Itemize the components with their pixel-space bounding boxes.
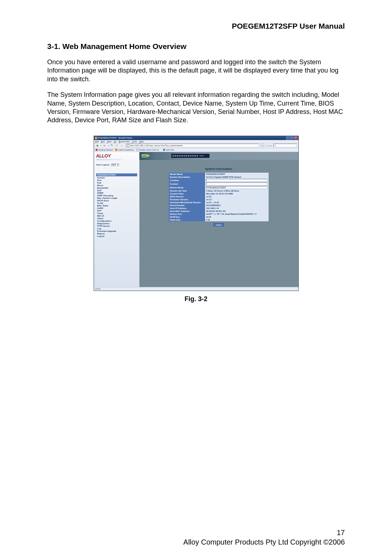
close-button[interactable]: × — [294, 136, 298, 140]
port-icon — [179, 155, 181, 157]
panel-title: System Information — [152, 167, 286, 171]
forward-button[interactable]: ► — [103, 144, 107, 147]
sidebar-item-system[interactable]: System — [96, 177, 137, 179]
sidebar-item-max-packet-length[interactable]: Max. Packet Length — [96, 197, 137, 200]
bookmark-icon — [95, 149, 98, 151]
page-icon — [127, 144, 129, 147]
tree-header: POEGEM12T2SFP — [96, 173, 137, 176]
sidebar-item-trunk[interactable]: Trunk — [96, 212, 137, 215]
auto-logout-select[interactable]: OFF ▾ — [111, 163, 119, 166]
info-value: POEGEM12T2SFP — [205, 173, 269, 176]
sidebar-item-diagnostics[interactable]: Diagnostics — [96, 222, 137, 225]
menu-file[interactable]: File — [95, 140, 99, 143]
info-value: 031109000021 — [205, 204, 269, 207]
page-number: 17 — [47, 528, 345, 537]
sidebar: ALLOY Auto Logout : OFF ▾ POEGEM12T2SFP … — [94, 152, 139, 287]
sidebar-item-802-1x[interactable]: 802.1X — [96, 215, 137, 217]
sidebar-item-vlan[interactable]: VLAN — [96, 202, 137, 205]
info-label: Device Port — [169, 213, 205, 216]
content-body: System Information Model NamePOEGEM12T2S… — [139, 160, 298, 287]
google-icon: G — [274, 144, 277, 147]
info-value: 00-00-8C-00-DC-26 — [205, 210, 269, 213]
info-label: Firmware Version — [169, 198, 205, 201]
info-value: v1.01 — [205, 195, 269, 198]
go-button[interactable]: ◯ Go — [266, 144, 272, 147]
menu-tools[interactable]: Tools — [132, 140, 137, 143]
led-icon — [201, 155, 202, 156]
rss-icon — [115, 149, 117, 151]
port-icon — [183, 155, 185, 157]
info-label: RAM Size — [169, 216, 205, 218]
sidebar-item-reboot[interactable]: Reboot — [96, 233, 137, 235]
main-pane: AutP — [139, 152, 298, 287]
url-dropdown[interactable]: ▾ — [261, 144, 264, 147]
info-value — [205, 182, 269, 186]
sidebar-item-tftp-server[interactable]: TFTP Server — [96, 225, 137, 227]
menu-help[interactable]: Help — [139, 140, 144, 143]
minimize-button[interactable]: _ — [286, 136, 290, 140]
search-bar[interactable]: G — [273, 144, 297, 147]
info-value — [205, 178, 269, 182]
back-button[interactable]: ◄ — [95, 144, 99, 147]
sidebar-item-port[interactable]: Port — [96, 179, 137, 182]
paragraph-2: The System Information page gives you al… — [47, 91, 345, 125]
system-info-table: Model NamePOEGEM12T2SFPSystem Descriptio… — [169, 173, 269, 221]
menu-go[interactable]: Go — [114, 140, 117, 143]
info-value: 192.168.1.10 — [205, 207, 269, 210]
bookmark-dealer-used[interactable]: Dealer Used Cars fo... — [136, 149, 161, 151]
sidebar-item-mac-table[interactable]: MAC Table — [96, 205, 137, 207]
info-value: 4 Days 13 Hours 5 Mins 28 Secs — [205, 189, 269, 192]
bookmark-latest-headlines[interactable]: Latest Headlines — [115, 149, 134, 151]
info-label: Device Name — [169, 186, 205, 189]
switch-graphic — [171, 154, 209, 158]
info-label: Serial Number — [169, 204, 205, 207]
apply-button[interactable]: Apply — [213, 223, 224, 226]
menu-view[interactable]: View — [107, 140, 112, 143]
sidebar-item-stp[interactable]: STP — [96, 210, 137, 212]
info-input[interactable] — [206, 182, 268, 185]
sidebar-item-gvrp[interactable]: GVRP — [96, 207, 137, 210]
section-title: 3-1. Web Management Home Overview — [47, 42, 345, 51]
info-label: Hardware-Mechanical Version — [169, 201, 205, 204]
info-label: BIOS Version — [169, 195, 205, 198]
globe-icon — [163, 149, 165, 151]
figure-caption: Fig. 3-2 — [184, 295, 207, 303]
sidebar-item-poe[interactable]: PoE — [96, 182, 137, 184]
sidebar-item-configuration[interactable]: Configuration — [96, 220, 137, 222]
bookmark-start[interactable]: start.htm — [163, 149, 174, 151]
sidebar-item-snmp[interactable]: SNMP — [96, 192, 137, 194]
info-input[interactable] — [206, 186, 268, 189]
paragraph-1: Once you have entered a valid username a… — [47, 58, 345, 83]
sidebar-item-mirror[interactable]: Mirror — [96, 184, 137, 187]
info-input[interactable] — [206, 179, 268, 182]
logo-underline — [96, 159, 122, 160]
browser-statusbar: Done — [94, 287, 298, 291]
sidebar-item-igmp-snooping[interactable]: IGMP Snooping — [96, 194, 137, 197]
url-bar[interactable]: http://192.168.1.10/main_frame.html?tok_… — [126, 144, 259, 147]
stop-icon[interactable] — [116, 144, 119, 147]
bookmark-getting-started[interactable]: Getting Started — [95, 149, 113, 151]
port-icon — [177, 155, 179, 157]
home-icon[interactable] — [121, 144, 124, 147]
page-header-title: POEGEM12T2SFP User Manual — [47, 22, 345, 30]
sidebar-item-alarm[interactable]: Alarm — [96, 217, 137, 220]
info-value: 16 M — [205, 216, 269, 218]
firefox-icon — [95, 137, 97, 139]
info-label: Location — [169, 178, 205, 182]
nav-tree: SystemPortPoEMirrorBandwidthQoSSNMPIGMP … — [96, 177, 137, 238]
sidebar-item-firmware-upgrade[interactable]: Firmware Upgrade — [96, 230, 137, 233]
info-value — [205, 186, 269, 189]
status-text: Done — [95, 288, 101, 290]
sidebar-item-dhcp-boot[interactable]: DHCP Boot — [96, 200, 137, 202]
menu-edit[interactable]: Edit — [101, 140, 105, 143]
maximize-button[interactable]: □ — [290, 136, 294, 140]
info-label: Model Name — [169, 173, 205, 176]
sidebar-item-logout[interactable]: Logout — [96, 235, 137, 238]
menu-bookmarks[interactable]: Bookmarks — [119, 140, 130, 143]
sidebar-item-bandwidth[interactable]: Bandwidth — [96, 187, 137, 189]
port-icon — [196, 155, 198, 157]
port-icon — [188, 155, 189, 157]
sidebar-item-log[interactable]: Log — [96, 227, 137, 230]
sidebar-item-qos[interactable]: QoS — [96, 189, 137, 192]
reload-icon[interactable] — [111, 144, 114, 147]
